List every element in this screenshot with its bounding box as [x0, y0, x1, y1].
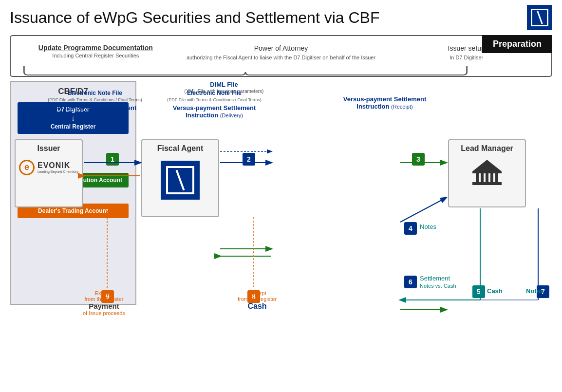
preparation-label: Preparation: [482, 35, 552, 53]
vp-delivery-2: Versus-payment SettlementInstruction (De…: [161, 104, 268, 119]
excerpt-9-sub: from the register: [83, 296, 125, 302]
badge-4-label: 4: [409, 224, 412, 232]
enf-label2-text: Electronic Note File: [187, 90, 242, 96]
excerpt-9-payment-sub: of Issue proceeds: [83, 310, 125, 316]
svg-rect-5: [490, 173, 493, 182]
badge-2-label: 2: [247, 155, 251, 163]
svg-rect-2: [476, 173, 479, 182]
svg-marker-7: [472, 160, 502, 171]
enf-label1-text: Electronic Note File: [68, 90, 122, 96]
prep-col2-title: Power of Attorney: [179, 44, 384, 54]
svg-line-14: [400, 198, 446, 222]
enf-label-2: Electronic Note File (PDF File with Term…: [161, 90, 268, 102]
svg-rect-4: [486, 173, 488, 182]
page-title: Issuance of eWpG Securities and Settleme…: [10, 9, 379, 27]
settlement-sub: Notes vs. Cash: [420, 283, 456, 289]
dealer-trading-label: Dealer's Trading Account: [38, 207, 108, 214]
prep-col1-title: Update Programme Documentation: [22, 44, 169, 52]
badge-5: 5: [472, 285, 485, 298]
excerpt-9-block: Excerpt from the register Payment of Iss…: [83, 290, 125, 316]
svg-rect-6: [495, 173, 498, 182]
evonik-text: EVONIK Leading Beyond Chemistry: [37, 161, 78, 173]
badge-6-label: 6: [409, 278, 412, 286]
lead-manager-title: Lead Manager: [449, 140, 525, 153]
svg-rect-0: [472, 182, 502, 185]
badge-5-label: 5: [477, 288, 481, 296]
svg-rect-3: [481, 173, 484, 182]
notes-label-4: Notes: [420, 223, 436, 230]
badge-2: 2: [243, 153, 255, 166]
evonik-logo: e EVONIK Leading Beyond Chemistry: [16, 160, 82, 175]
badge-3: 3: [412, 153, 425, 166]
excerpt-9-payment: Payment: [83, 302, 125, 310]
excerpt-8-block: Excerpt from the register Cash: [238, 290, 277, 311]
evonik-name: EVONIK: [37, 161, 78, 170]
badge-6: 6: [404, 276, 417, 288]
lead-manager-box: Lead Manager: [448, 139, 526, 207]
settlement-label: Settlement Notes vs. Cash: [420, 275, 456, 289]
prep-col3-sub: In D7 Digitiser: [393, 55, 540, 60]
badge-1: 1: [106, 153, 119, 166]
page-container: Issuance of eWpG Securities and Settleme…: [0, 0, 562, 392]
db-logo-inner: [531, 9, 548, 26]
prep-col-1: Update Programme Documentation Including…: [18, 42, 174, 60]
enf-label-1: Electronic Note File (PDF File with Term…: [39, 90, 151, 102]
evonik-e-icon: e: [19, 160, 35, 175]
excerpt-8-title: Excerpt: [238, 290, 277, 296]
badge-1-label: 1: [111, 155, 114, 163]
badge-4: 4: [404, 222, 417, 235]
prep-col2-sub: authorizing the Fiscal Agent to liaise w…: [179, 55, 384, 60]
brace-svg: [18, 65, 473, 76]
diml-file-label: DIML File: [210, 81, 238, 88]
db-slash-icon: [537, 11, 543, 24]
excerpt-8-sub: from the register: [238, 296, 277, 302]
cash-label-5: Cash: [487, 287, 503, 295]
evonik-tagline: Leading Beyond Chemistry: [37, 170, 78, 173]
db-icon-big: [161, 161, 200, 200]
prep-col-2: Power of Attorney authorizing the Fiscal…: [174, 42, 389, 62]
issuer-title: Issuer: [16, 140, 82, 153]
db-slash-big-icon: [176, 169, 185, 190]
badge-3-label: 3: [416, 155, 420, 163]
enf-sub2-text: (PDF File with Terms & Conditions / Fina…: [167, 97, 262, 102]
brace-container: [18, 65, 473, 76]
db-icon-inner: [166, 166, 194, 194]
preparation-section: Preparation Update Programme Documentati…: [10, 35, 552, 77]
vp-receipt: Versus-payment SettlementInstruction (Re…: [331, 95, 438, 110]
excerpt-9-title: Excerpt: [83, 290, 125, 296]
vp-delivery-1: Versus-payment SettlementInstruction (De…: [39, 104, 151, 119]
flow-area: DIML File (XML-File with issuance parame…: [10, 81, 552, 339]
db-logo: [527, 5, 552, 30]
fiscal-agent-box: Fiscal Agent: [141, 139, 219, 217]
settlement-text: Settlement: [420, 275, 450, 282]
fiscal-agent-title: Fiscal Agent: [142, 140, 218, 153]
prep-col1-sub: Including Central Register Securities: [22, 53, 169, 58]
central-register-label: Central Register: [51, 123, 96, 130]
notes-label-7: Notes: [526, 287, 543, 295]
title-row: Issuance of eWpG Securities and Settleme…: [10, 5, 552, 30]
excerpt-8-cash: Cash: [238, 302, 277, 311]
enf-sub1-text: (PDF File with Terms & Conditions / Fina…: [48, 97, 142, 102]
svg-rect-1: [472, 171, 502, 173]
bank-building-icon: [449, 158, 525, 191]
issuer-box: Issuer e EVONIK Leading Beyond Chemistry: [15, 139, 83, 207]
